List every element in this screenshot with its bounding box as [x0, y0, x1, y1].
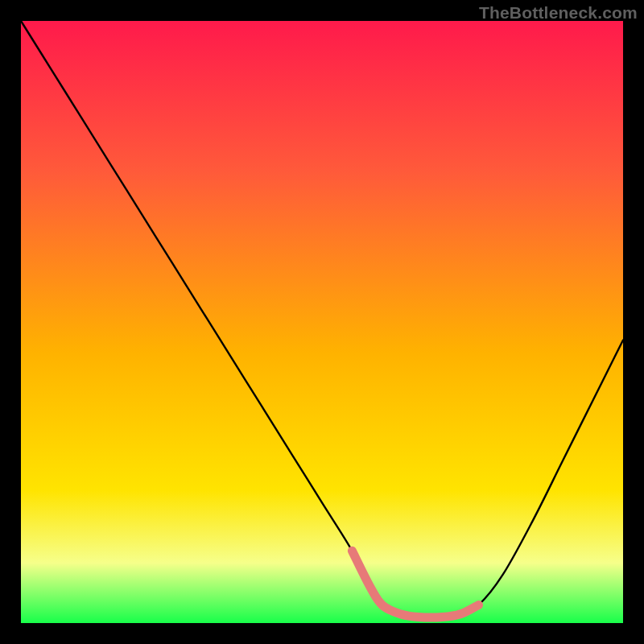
plot-area [21, 21, 623, 623]
watermark-text: TheBottleneck.com [479, 3, 638, 23]
bottleneck-curve [21, 21, 623, 617]
optimal-range-highlight [352, 551, 478, 617]
chart-stage: TheBottleneck.com [0, 0, 644, 644]
chart-svg [21, 21, 623, 623]
